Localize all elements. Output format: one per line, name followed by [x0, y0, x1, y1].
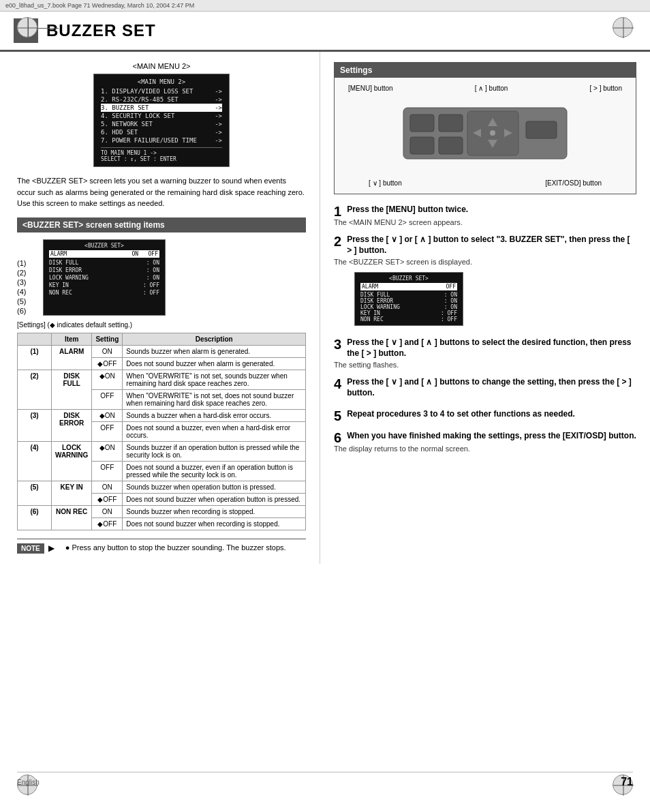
buzzer-row-4: KEY IN: OFF: [49, 282, 159, 289]
buzzer-row-1: DISK FULL: ON: [49, 259, 159, 267]
step-4: 4 Press the [ ∨ ] and [ ∧ ] buttons to c…: [334, 377, 636, 400]
note-arrow-icon: ▶: [48, 543, 55, 553]
svg-point-16: [490, 130, 495, 136]
settings-table: Item Setting Description (1) ALARM ON So…: [17, 333, 306, 530]
chapter-header: 3 BUZZER SET: [0, 12, 650, 52]
content-area: <MAIN MENU 2> <MAIN MENU 2> 1. DISPLAY/V…: [0, 52, 650, 564]
table-header-num: [18, 333, 52, 345]
table-desc-nonrec-on: Sounds buzzer when recording is stopped.: [123, 505, 306, 517]
corner-tr: [613, 17, 633, 37]
table-desc-keyin-off: Does not sound buzzer when operation but…: [123, 493, 306, 505]
buzzer-row-5: NON REC: OFF: [49, 289, 159, 297]
note-section: NOTE ▶ Press any button to stop the buzz…: [17, 539, 306, 554]
table-desc-nonrec-off: Does not sound buzzer when recording is …: [123, 517, 306, 530]
svg-rect-10: [439, 115, 463, 132]
right-column: Settings [MENU] button [ ∧ ] button [ > …: [320, 52, 650, 564]
step-1-number: 1: [334, 205, 341, 218]
settings-note: [Settings] (◆ indicates default setting.…: [17, 321, 306, 329]
step-1-title: Press the [MENU] button twice.: [347, 205, 468, 215]
table-setting-diskerror-off: OFF: [92, 421, 123, 441]
table-setting-alarm-on: ON: [92, 345, 123, 357]
main-menu-screenshot: <MAIN MENU 2> <MAIN MENU 2> 1. DISPLAY/V…: [17, 62, 306, 167]
table-header-desc: Description: [123, 333, 306, 345]
svg-rect-19: [526, 121, 557, 138]
table-setting-diskfull-on: ◆ON: [92, 370, 123, 389]
main-menu-box: <MAIN MENU 2> 1. DISPLAY/VIDEO LOSS SET-…: [93, 74, 230, 167]
table-item-nonrec: NON REC: [52, 505, 92, 530]
main-menu-label: <MAIN MENU 2>: [17, 62, 306, 70]
page-footer: English 71: [17, 772, 633, 788]
table-setting-diskerror-on: ◆ON: [92, 409, 123, 421]
buzzer-screen-small: <BUZZER SET> ALARMOFF DISK FULL: ON DISK…: [334, 269, 636, 329]
up-btn-label: [ ∧ ] button: [475, 85, 508, 92]
row-numbers: (1) (2) (3) (4) (5) (6): [17, 239, 43, 316]
menu-item-3: 3. BUZZER SET->: [101, 104, 222, 112]
buzzer-row-2: DISK ERROR: ON: [49, 267, 159, 274]
table-desc-lockwarn-off: Does not sound a buzzer, even if an oper…: [123, 461, 306, 481]
table-item-diskerror: DISKERROR: [52, 409, 92, 441]
table-num-3: (3): [18, 409, 52, 441]
step-2-desc: The <BUZZER SET> screen is displayed.: [334, 258, 636, 266]
step-6-desc: The display returns to the normal screen…: [334, 445, 636, 453]
table-setting-keyin-off: ◆OFF: [92, 493, 123, 505]
right-btn-label: [ > ] button: [589, 85, 622, 92]
button-panel-svg: [397, 97, 574, 172]
table-setting-lockwarn-on: ◆ON: [92, 441, 123, 461]
table-desc-keyin-on: Sounds buzzer when operation button is p…: [123, 481, 306, 493]
menu-item-6: 6. HDD SET->: [101, 128, 222, 136]
menu-box-title: <MAIN MENU 2>: [101, 78, 222, 85]
table-item-keyin: KEY IN: [52, 481, 92, 505]
step-1: 1 Press the [MENU] button twice. The <MA…: [334, 205, 636, 226]
table-item-diskfull: DISKFULL: [52, 370, 92, 409]
intro-text: The <BUZZER SET> screen lets you set a w…: [17, 175, 306, 209]
table-desc-diskfull-on: When "OVERWRITE" is not set, sounds buzz…: [123, 370, 306, 389]
step-3: 3 Press the [ ∨ ] and [ ∧ ] buttons to s…: [334, 337, 636, 369]
table-row-alarm-on: (1) ALARM ON Sounds buzzer when alarm is…: [18, 345, 306, 357]
footer-page-number: 71: [621, 776, 633, 788]
down-btn-label: [ ∨ ] button: [369, 179, 402, 187]
table-row-diskfull-on: (2) DISKFULL ◆ON When "OVERWRITE" is not…: [18, 370, 306, 389]
table-setting-lockwarn-off: OFF: [92, 461, 123, 481]
file-info-bar: e00_l8had_us_7.book Page 71 Wednesday, M…: [0, 0, 650, 12]
step-6: 6 When you have finished making the sett…: [334, 431, 636, 453]
step-5-number: 5: [334, 409, 341, 423]
table-item-alarm: ALARM: [52, 345, 92, 370]
table-num-4: (4): [18, 441, 52, 481]
step-2: 2 Press the [ ∨ ] or [ ∧ ] button to sel…: [334, 235, 636, 329]
step-3-number: 3: [334, 337, 341, 351]
table-row-nonrec-on: (6) NON REC ON Sounds buzzer when record…: [18, 505, 306, 517]
note-item-1: Press any button to stop the buzzer soun…: [65, 543, 286, 552]
table-num-1: (1): [18, 345, 52, 370]
note-list: Press any button to stop the buzzer soun…: [59, 543, 286, 552]
table-setting-alarm-off: ◆OFF: [92, 357, 123, 370]
table-setting-nonrec-off: ◆OFF: [92, 517, 123, 530]
buzzer-diagram-area: (1) (2) (3) (4) (5) (6) <BUZZER SET> ALA…: [17, 239, 306, 316]
menu-item-2: 2. RS-232C/RS-485 SET->: [101, 95, 222, 104]
table-row-keyin-on: (5) KEY IN ON Sounds buzzer when operati…: [18, 481, 306, 493]
menu-item-7: 7. POWER FAILURE/USED TIME->: [101, 136, 222, 145]
table-setting-keyin-on: ON: [92, 481, 123, 493]
corner-tl: [17, 17, 37, 37]
step-4-title: Press the [ ∨ ] and [ ∧ ] buttons to cha…: [347, 377, 636, 398]
note-label: NOTE: [17, 543, 44, 554]
button-labels-top: [MENU] button [ ∧ ] button [ > ] button: [341, 85, 629, 92]
table-num-5: (5): [18, 481, 52, 505]
table-desc-diskerror-on: Sounds a buzzer when a hard-disk error o…: [123, 409, 306, 421]
step-2-title: Press the [ ∨ ] or [ ∧ ] button to selec…: [347, 235, 636, 256]
buzzer-header: ALARMON OFF: [49, 250, 159, 258]
settings-panel-content: [MENU] button [ ∧ ] button [ > ] button: [335, 78, 636, 194]
button-diagram: [341, 97, 629, 174]
file-info-text: e00_l8had_us_7.book Page 71 Wednesday, M…: [5, 2, 194, 9]
table-desc-diskerror-off: Does not sound a buzzer, even when a har…: [123, 421, 306, 441]
menu-item-5: 5. NETWORK SET->: [101, 120, 222, 128]
table-setting-nonrec-on: ON: [92, 505, 123, 517]
menu-item-1: 1. DISPLAY/VIDEO LOSS SET->: [101, 87, 222, 95]
table-header-setting: Setting: [92, 333, 123, 345]
step-5-title: Repeat procedures 3 to 4 to set other fu…: [347, 409, 575, 420]
table-row-diskerror-on: (3) DISKERROR ◆ON Sounds a buzzer when a…: [18, 409, 306, 421]
step-3-title: Press the [ ∨ ] and [ ∧ ] buttons to sel…: [347, 337, 636, 359]
section-header: <BUZZER SET> screen setting items: [17, 217, 306, 232]
settings-panel-header: Settings: [335, 63, 636, 78]
button-labels-bottom: [ ∨ ] button [EXIT/OSD] button: [341, 179, 629, 187]
step-6-number: 6: [334, 431, 341, 445]
